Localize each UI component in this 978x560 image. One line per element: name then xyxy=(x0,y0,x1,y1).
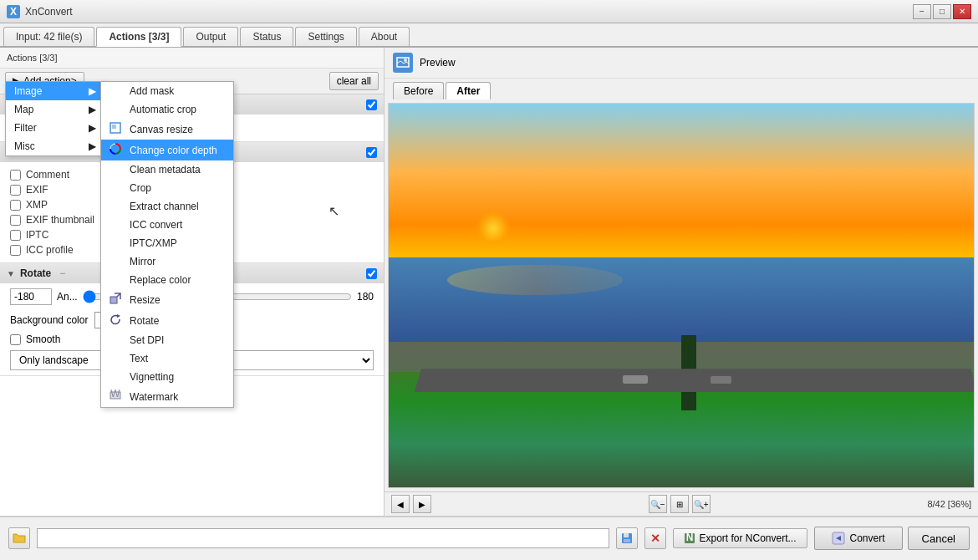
menu-item-misc[interactable]: Misc ▶ xyxy=(6,137,104,155)
maximize-button[interactable]: □ xyxy=(933,4,951,19)
menu-item-watermark[interactable]: W Watermark xyxy=(101,386,233,407)
menu-item-iptc-xmp[interactable]: IPTC/XMP xyxy=(101,234,233,252)
auto-crop-label: Automatic crop xyxy=(130,104,196,115)
zoom-out-button[interactable]: 🔍− xyxy=(649,495,667,513)
menu-item-extract-channel[interactable]: Extract channel xyxy=(101,197,233,216)
rotate-enabled[interactable] xyxy=(366,268,377,279)
exif-thumbnail-checkbox[interactable] xyxy=(10,215,21,226)
menu-item-auto-crop[interactable]: Automatic crop xyxy=(101,100,233,119)
convert-button[interactable]: Convert xyxy=(814,527,903,550)
preview-tab-before[interactable]: Before xyxy=(393,82,444,99)
zoom-in-button[interactable]: 🔍+ xyxy=(692,495,711,513)
app-title: XnConvert xyxy=(25,6,73,18)
preview-header: Preview xyxy=(385,48,978,79)
comment-checkbox[interactable] xyxy=(10,170,21,181)
prev-image-button[interactable]: ◀ xyxy=(391,495,410,513)
menu-item-map[interactable]: Map ▶ xyxy=(6,100,104,119)
fit-button[interactable]: ⊞ xyxy=(670,495,689,513)
app-icon: X xyxy=(7,5,20,18)
add-mask-label: Add mask xyxy=(130,85,174,97)
crop-inner: Crop xyxy=(110,182,151,194)
svg-rect-3 xyxy=(110,297,117,303)
tab-settings[interactable]: Settings xyxy=(295,27,356,46)
minimize-button[interactable]: − xyxy=(913,4,931,19)
convert-label: Convert xyxy=(850,532,885,544)
preview-navigation: ◀ ▶ xyxy=(391,495,431,513)
xmp-checkbox[interactable] xyxy=(10,200,21,211)
iptc-xmp-label: IPTC/XMP xyxy=(130,237,177,249)
map-arrow: ▶ xyxy=(89,104,96,115)
iptc-xmp-inner: IPTC/XMP xyxy=(110,237,177,249)
change-color-icon xyxy=(110,143,125,157)
exif-checkbox[interactable] xyxy=(10,185,21,196)
menu-item-icc-convert[interactable]: ICC convert xyxy=(101,216,233,234)
rotate-title: Rotate xyxy=(20,267,51,279)
image-label: Image xyxy=(14,85,42,97)
menu-item-rotate2[interactable]: Rotate xyxy=(101,310,233,331)
icc-checkbox[interactable] xyxy=(10,245,21,256)
mirror-label: Mirror xyxy=(130,256,155,267)
rotate-icon xyxy=(110,313,125,328)
close-button[interactable]: ✕ xyxy=(953,4,971,19)
sun-glow xyxy=(476,211,510,245)
menu-item-resize[interactable]: Resize xyxy=(101,289,233,310)
svg-rect-12 xyxy=(624,539,630,542)
smooth-label: Smooth xyxy=(26,333,60,345)
export-button[interactable]: N Export for NConvert... xyxy=(673,528,807,548)
resize-icon xyxy=(110,293,125,307)
svg-marker-5 xyxy=(117,314,120,318)
cancel-button[interactable]: Cancel xyxy=(908,527,970,550)
watermark-inner: W Watermark xyxy=(110,389,178,404)
canvas-resize-icon xyxy=(110,122,125,136)
set-dpi-label: Set DPI xyxy=(130,334,164,346)
path-input[interactable] xyxy=(37,528,609,548)
menu-item-image[interactable]: Image ▶ xyxy=(6,82,104,100)
canvas-resize-inner: Canvas resize xyxy=(110,122,193,136)
preview-title: Preview xyxy=(420,57,456,69)
smooth-checkbox[interactable] xyxy=(10,334,21,345)
filter-arrow: ▶ xyxy=(89,122,96,134)
tab-output[interactable]: Output xyxy=(183,27,238,46)
tab-status[interactable]: Status xyxy=(240,27,293,46)
tab-input[interactable]: Input: 42 file(s) xyxy=(3,27,94,46)
resize-inner: Resize xyxy=(110,293,160,307)
save-button[interactable] xyxy=(616,527,638,549)
menu-item-change-color-depth[interactable]: Change color depth xyxy=(101,140,233,160)
automatic-enabled-check[interactable] xyxy=(366,99,377,110)
menu-item-replace-color[interactable]: Replace color xyxy=(101,271,233,289)
clean-metadata2-inner: Clean metadata xyxy=(110,164,201,176)
menu-item-set-dpi[interactable]: Set DPI xyxy=(101,331,233,349)
menu-item-canvas-resize[interactable]: Canvas resize xyxy=(101,119,233,140)
preview-tab-after[interactable]: After xyxy=(446,82,491,99)
exif-thumbnail-label: EXIF thumbnail xyxy=(26,214,94,226)
menu-item-text[interactable]: Text xyxy=(101,349,233,368)
menu-item-filter[interactable]: Filter ▶ xyxy=(6,119,104,137)
tab-bar: Input: 42 file(s) Actions [3/3] Output S… xyxy=(0,23,978,48)
menu-item-mirror[interactable]: Mirror xyxy=(101,252,233,271)
tab-actions[interactable]: Actions [3/3] xyxy=(96,27,181,47)
clear-all-button[interactable]: clear all xyxy=(329,72,379,90)
menu-item-crop[interactable]: Crop xyxy=(101,179,233,197)
iptc-checkbox[interactable] xyxy=(10,230,21,241)
folder-button[interactable] xyxy=(8,527,30,549)
change-color-depth-label: Change color depth xyxy=(130,145,217,156)
car-1 xyxy=(623,375,648,384)
window-controls: − □ ✕ xyxy=(913,4,971,19)
menu-item-clean-metadata2[interactable]: Clean metadata xyxy=(101,160,233,179)
extract-channel-label: Extract channel xyxy=(130,201,199,212)
mirror-inner: Mirror xyxy=(110,256,155,267)
next-image-button[interactable]: ▶ xyxy=(413,495,431,513)
preview-image-area xyxy=(388,103,975,488)
menu-item-add-mask[interactable]: Add mask xyxy=(101,82,233,100)
clean-metadata-enabled[interactable] xyxy=(366,147,377,158)
svg-rect-1 xyxy=(112,125,116,129)
bottom-right-buttons: Convert Cancel xyxy=(814,527,970,550)
bg-color-label: Background color xyxy=(10,314,88,326)
tab-about[interactable]: About xyxy=(359,27,410,46)
rotate2-inner: Rotate xyxy=(110,313,159,328)
delete-button[interactable]: ✕ xyxy=(644,527,666,549)
menu-item-vignetting[interactable]: Vignetting xyxy=(101,368,233,386)
vignetting-inner: Vignetting xyxy=(110,371,174,383)
rotate-value-input[interactable] xyxy=(10,288,52,305)
set-dpi-inner: Set DPI xyxy=(110,334,164,346)
